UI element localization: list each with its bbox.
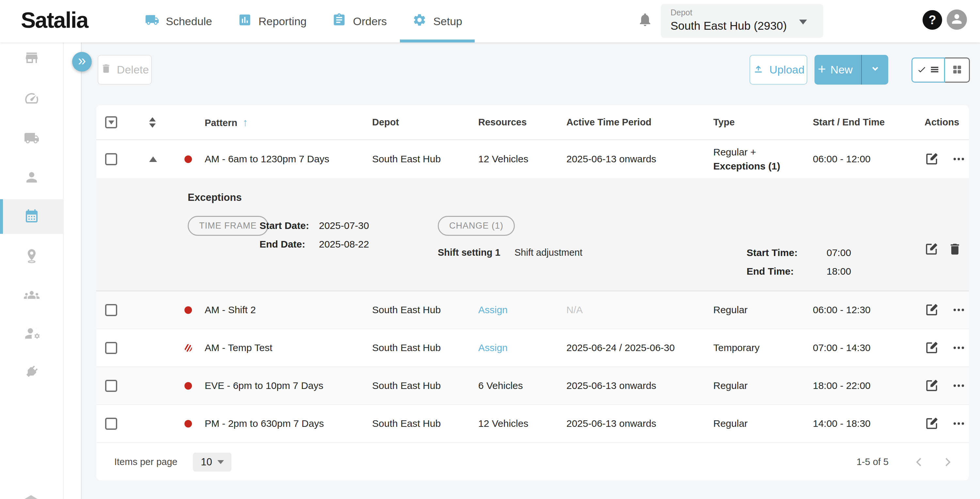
column-header-type[interactable]: Type — [713, 115, 813, 129]
sidebar-item-shift-patterns[interactable] — [0, 201, 63, 233]
sidebar-item-dashboard[interactable] — [0, 83, 63, 115]
column-header-resources[interactable]: Resources — [478, 117, 566, 128]
more-actions-button[interactable] — [951, 416, 966, 431]
pagination-range: 1-5 of 5 — [857, 456, 889, 467]
assign-link[interactable]: Assign — [478, 342, 508, 353]
sidebar-item-depots[interactable] — [0, 43, 63, 75]
next-page-button[interactable] — [940, 455, 955, 469]
shift-setting-label: Shift setting 1 — [438, 247, 500, 258]
depot-cell: South East Hub — [372, 380, 478, 391]
upload-icon — [752, 63, 764, 77]
type-cell: Regular — [713, 303, 813, 317]
sidebar-item-user-management[interactable] — [0, 318, 63, 350]
store-icon — [24, 50, 40, 67]
row-checkbox[interactable] — [105, 342, 117, 354]
column-header-depot[interactable]: Depot — [372, 117, 478, 128]
depot-selector[interactable]: Depot South East Hub (2930) — [661, 4, 823, 38]
table-row[interactable]: EVE - 6pm to 10pm 7 Days South East Hub … — [96, 367, 969, 405]
table-row[interactable]: AM - Shift 2 South East Hub Assign N/A R… — [96, 291, 969, 329]
more-actions-button[interactable] — [951, 302, 966, 317]
shift-patterns-table: Pattern↑ Depot Resources Active Time Per… — [96, 105, 969, 480]
delete-button[interactable]: Delete — [98, 55, 152, 84]
sidebar-item-integrations[interactable] — [0, 356, 63, 388]
type-cell: Regular — [713, 416, 813, 431]
delete-exception-button[interactable] — [948, 242, 962, 257]
checkmark-icon — [917, 65, 926, 76]
edit-button[interactable] — [924, 341, 939, 355]
edit-exception-button[interactable] — [924, 242, 939, 257]
table-row[interactable]: PM - 2pm to 630pm 7 Days South East Hub … — [96, 405, 969, 443]
sidebar-expand-button[interactable]: » — [72, 52, 92, 72]
column-header-label: Active Time Period — [566, 117, 652, 128]
depot-cell: South East Hub — [372, 305, 478, 316]
time-cell: 14:00 - 18:30 — [813, 418, 921, 429]
table-row[interactable]: AM - 6am to 1230pm 7 Days South East Hub… — [96, 140, 969, 178]
nav-label: Setup — [433, 15, 462, 28]
resources-cell: 6 Vehicles — [478, 380, 566, 391]
truck-icon — [24, 130, 40, 147]
edit-button[interactable] — [924, 152, 939, 166]
row-checkbox[interactable] — [105, 304, 117, 316]
avatar[interactable] — [947, 10, 967, 30]
active-period-cell: 2025-06-24 / 2025-06-30 — [566, 342, 713, 353]
help-button[interactable]: ? — [923, 10, 942, 30]
sort-asc-arrow-icon: ↑ — [243, 116, 248, 128]
start-time-value: 07:00 — [827, 247, 851, 258]
previous-page-button[interactable] — [912, 455, 926, 469]
collapse-row-icon[interactable] — [149, 156, 157, 162]
sidebar-item-teams[interactable] — [0, 279, 63, 312]
column-header-label: Pattern — [205, 118, 237, 128]
sidebar-item-vehicles[interactable] — [0, 123, 63, 155]
table-row[interactable]: AM - Temp Test South East Hub Assign 202… — [96, 329, 969, 367]
nav-schedule[interactable]: Schedule — [143, 0, 214, 43]
more-actions-button[interactable] — [951, 378, 966, 393]
nav-setup[interactable]: Setup — [410, 0, 464, 43]
type-line2: Exceptions (1) — [713, 159, 813, 174]
list-view-button[interactable] — [912, 57, 945, 83]
pattern-cell: AM - Shift 2 — [205, 305, 372, 316]
caret-down-icon — [799, 19, 807, 24]
row-checkbox[interactable] — [105, 418, 117, 430]
nav-reporting[interactable]: Reporting — [236, 0, 309, 43]
resources-cell: 12 Vehicles — [478, 153, 566, 164]
pattern-cell: AM - Temp Test — [205, 342, 372, 353]
column-header-start-end-time[interactable]: Start / End Time — [813, 117, 921, 128]
satalia-logo: Satalia — [21, 7, 88, 33]
sidebar-item-locations[interactable] — [0, 240, 63, 273]
time-cell: 06:00 - 12:30 — [813, 305, 921, 316]
sidebar-item-drivers[interactable] — [0, 162, 63, 194]
upload-button[interactable]: Upload — [749, 55, 807, 84]
select-all-checkbox[interactable] — [105, 116, 117, 128]
items-per-page-label: Items per page — [114, 456, 177, 467]
chevron-down-icon — [870, 63, 880, 76]
caret-down-icon — [217, 460, 224, 464]
app-screen: Satalia Schedule Reporting Orders — [0, 0, 980, 499]
more-actions-button[interactable] — [951, 340, 966, 355]
nav-orders[interactable]: Orders — [330, 0, 389, 43]
page-size-select[interactable]: 10 — [193, 453, 231, 472]
edit-button[interactable] — [924, 378, 939, 393]
exceptions-panel: Exceptions TIME FRAME Start Date:2025-07… — [96, 178, 969, 291]
column-header-pattern[interactable]: Pattern↑ — [205, 116, 372, 129]
row-checkbox[interactable] — [105, 380, 117, 392]
assign-link[interactable]: Assign — [478, 305, 508, 315]
edit-button[interactable] — [924, 416, 939, 431]
edit-button[interactable] — [924, 303, 939, 317]
pagination-bar: Items per page 10 1-5 of 5 — [96, 443, 969, 480]
end-date-label: End Date: — [259, 239, 319, 250]
new-split-button: + New — [815, 55, 888, 84]
new-dropdown-button[interactable] — [861, 55, 888, 84]
sidebar — [0, 43, 63, 499]
column-header-active-time-period[interactable]: Active Time Period — [566, 117, 713, 128]
notifications-bell-icon[interactable] — [637, 12, 654, 30]
row-checkbox[interactable] — [105, 153, 117, 165]
location-pin-icon — [24, 248, 40, 265]
active-period-cell: 2025-06-13 onwards — [566, 380, 713, 391]
new-button[interactable]: + New — [815, 55, 856, 84]
grid-view-button[interactable] — [945, 57, 970, 83]
more-actions-button[interactable] — [951, 151, 966, 167]
expand-all-control[interactable] — [149, 117, 156, 128]
new-button-label: New — [830, 63, 853, 76]
time-cell: 18:00 - 22:00 — [813, 380, 921, 391]
column-header-label: Type — [713, 117, 735, 128]
